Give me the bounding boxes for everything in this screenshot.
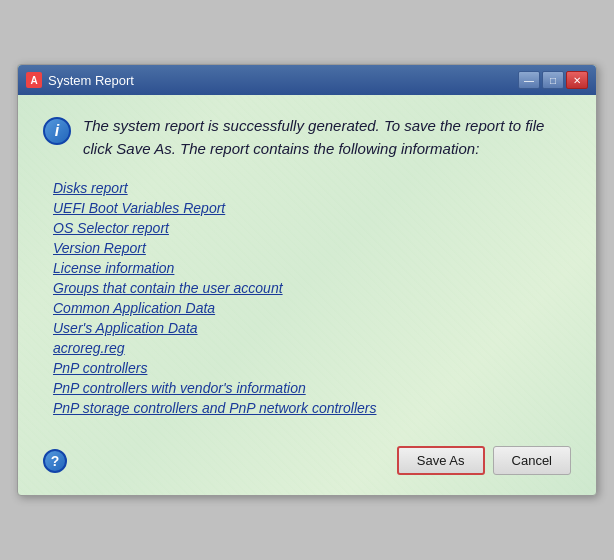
message-area: i The system report is successfully gene… [43,115,571,160]
report-link[interactable]: UEFI Boot Variables Report [53,200,571,216]
app-icon: A [26,72,42,88]
report-link[interactable]: Common Application Data [53,300,571,316]
report-link[interactable]: OS Selector report [53,220,571,236]
report-link[interactable]: User's Application Data [53,320,571,336]
window-controls: — □ ✕ [518,71,588,89]
report-link[interactable]: Version Report [53,240,571,256]
maximize-button[interactable]: □ [542,71,564,89]
info-icon: i [43,117,71,145]
footer-buttons: Save As Cancel [397,446,571,475]
title-bar-left: A System Report [26,72,134,88]
minimize-button[interactable]: — [518,71,540,89]
title-bar: A System Report — □ ✕ [18,65,596,95]
cancel-button[interactable]: Cancel [493,446,571,475]
report-link[interactable]: License information [53,260,571,276]
window-content: i The system report is successfully gene… [18,95,596,495]
system-report-window: A System Report — □ ✕ i The system repor… [17,64,597,496]
report-link[interactable]: PnP controllers with vendor's informatio… [53,380,571,396]
report-link[interactable]: Disks report [53,180,571,196]
report-link[interactable]: PnP controllers [53,360,571,376]
report-link[interactable]: Groups that contain the user account [53,280,571,296]
message-text: The system report is successfully genera… [83,115,571,160]
save-as-button[interactable]: Save As [397,446,485,475]
report-link[interactable]: acroreg.reg [53,340,571,356]
help-icon[interactable]: ? [43,449,67,473]
report-link[interactable]: PnP storage controllers and PnP network … [53,400,571,416]
window-title: System Report [48,73,134,88]
close-button[interactable]: ✕ [566,71,588,89]
links-section: Disks reportUEFI Boot Variables ReportOS… [43,180,571,416]
footer: ? Save As Cancel [43,436,571,475]
